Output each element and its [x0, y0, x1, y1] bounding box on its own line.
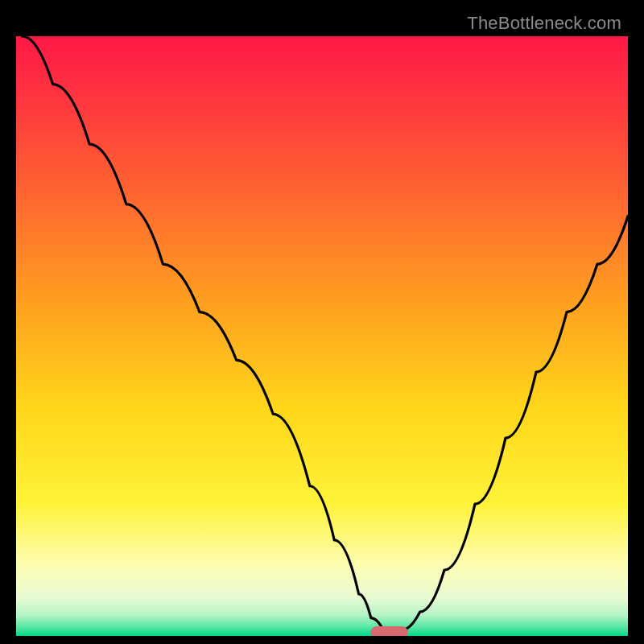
optimal-marker: [371, 627, 408, 636]
gradient-background: [16, 36, 628, 636]
chart-frame: TheBottleneck.com: [8, 8, 636, 636]
plot-area: [16, 36, 628, 636]
bottleneck-chart: [16, 36, 628, 636]
watermark-text: TheBottleneck.com: [467, 13, 621, 34]
